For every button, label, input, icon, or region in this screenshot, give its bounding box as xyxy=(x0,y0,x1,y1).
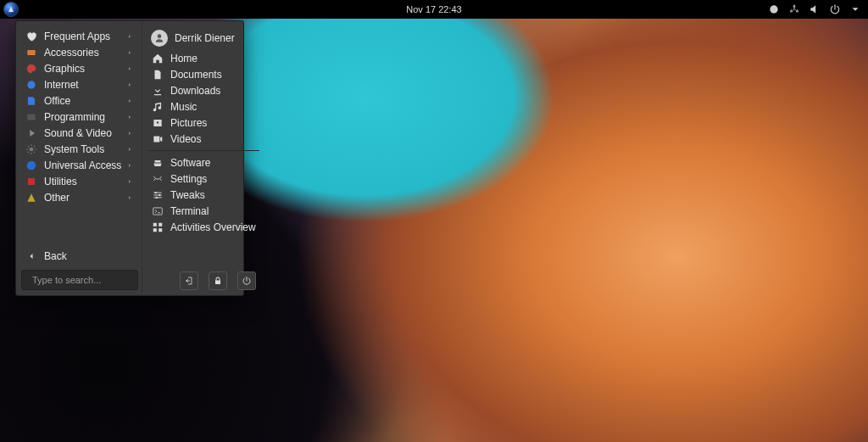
category-frequent-apps[interactable]: Frequent Apps xyxy=(21,28,138,44)
category-list: Frequent Apps Accessories Graphics Inter… xyxy=(21,28,138,205)
activities-button[interactable] xyxy=(3,2,19,17)
back-label: Back xyxy=(44,250,67,262)
accessories-icon xyxy=(25,46,38,59)
place-downloads[interactable]: Downloads xyxy=(147,82,259,98)
power-icon[interactable] xyxy=(829,3,841,15)
graphics-icon xyxy=(25,62,38,76)
shortcut-tweaks[interactable]: Tweaks xyxy=(147,187,259,203)
place-videos[interactable]: Videos xyxy=(147,131,259,147)
category-label: Other xyxy=(44,192,126,204)
other-icon xyxy=(25,191,38,204)
svg-point-0 xyxy=(770,5,777,13)
tweaks-icon xyxy=(151,188,164,202)
svg-point-5 xyxy=(27,160,36,170)
logout-button[interactable] xyxy=(180,271,198,290)
clock[interactable]: Nov 17 22:43 xyxy=(406,4,461,14)
sound-video-icon xyxy=(25,126,38,140)
user-icon xyxy=(153,32,165,44)
search-field[interactable] xyxy=(21,270,138,290)
category-label: Office xyxy=(44,95,126,107)
office-icon xyxy=(25,94,38,108)
chevron-down-icon[interactable] xyxy=(849,3,861,15)
search-input[interactable] xyxy=(32,275,149,285)
svg-rect-10 xyxy=(153,207,163,214)
shortcut-terminal[interactable]: Terminal xyxy=(147,203,259,219)
chevron-right-icon xyxy=(126,95,135,107)
category-programming[interactable]: Programming xyxy=(21,109,138,125)
svg-point-2 xyxy=(27,81,35,88)
downloads-icon xyxy=(151,84,164,98)
shortcut-settings[interactable]: Settings xyxy=(147,171,259,187)
lock-button[interactable] xyxy=(209,271,227,290)
chevron-right-icon xyxy=(126,47,135,59)
svg-point-8 xyxy=(159,193,160,195)
category-label: Internet xyxy=(44,79,126,91)
place-label: Downloads xyxy=(170,85,256,97)
chevron-right-icon xyxy=(126,176,135,187)
chevron-right-icon xyxy=(126,192,135,204)
shortcut-label: Terminal xyxy=(170,205,256,217)
category-label: System Tools xyxy=(44,143,126,155)
category-graphics[interactable]: Graphics xyxy=(21,60,138,76)
category-sound-video[interactable]: Sound & Video xyxy=(21,125,138,141)
shortcut-label: Software xyxy=(170,157,256,169)
place-home[interactable]: Home xyxy=(147,50,259,66)
place-label: Videos xyxy=(170,133,256,145)
place-label: Home xyxy=(170,53,256,64)
chevron-right-icon xyxy=(126,111,135,123)
svg-rect-14 xyxy=(159,228,162,232)
svg-rect-6 xyxy=(28,177,35,184)
place-documents[interactable]: Documents xyxy=(147,66,259,82)
category-system-tools[interactable]: System Tools xyxy=(21,141,138,157)
place-music[interactable]: Music xyxy=(147,98,259,115)
category-accessories[interactable]: Accessories xyxy=(21,44,138,60)
category-utilities[interactable]: Utilities xyxy=(21,173,138,189)
documents-icon xyxy=(151,68,164,81)
chevron-left-icon xyxy=(25,251,38,261)
category-other[interactable]: Other xyxy=(21,189,138,205)
chevron-right-icon xyxy=(126,159,135,171)
heart-icon xyxy=(25,30,38,43)
power-button[interactable] xyxy=(237,271,256,290)
arc-menu: Frequent Apps Accessories Graphics Inter… xyxy=(15,20,244,296)
svg-rect-11 xyxy=(153,222,157,226)
svg-point-4 xyxy=(30,147,34,151)
shortcut-label: Settings xyxy=(170,173,256,185)
category-universal-access[interactable]: Universal Access xyxy=(21,157,138,173)
utilities-icon xyxy=(25,175,38,188)
volume-icon[interactable] xyxy=(809,3,821,15)
shortcuts-list: Software Settings Tweaks Terminal Activi… xyxy=(147,154,259,235)
category-office[interactable]: Office xyxy=(21,92,138,109)
category-label: Sound & Video xyxy=(44,127,126,139)
category-internet[interactable]: Internet xyxy=(21,76,138,92)
logout-icon xyxy=(184,276,194,286)
shortcut-label: Tweaks xyxy=(170,189,256,201)
chevron-right-icon xyxy=(126,79,135,91)
user-row[interactable]: Derrik Diener xyxy=(147,28,259,50)
software-icon xyxy=(151,156,164,170)
user-name: Derrik Diener xyxy=(175,32,235,44)
category-label: Universal Access xyxy=(44,159,126,171)
power-icon xyxy=(242,276,252,286)
network-icon[interactable] xyxy=(788,3,800,15)
shortcut-software[interactable]: Software xyxy=(147,154,259,171)
places-list: Home Documents Downloads Music Pictures … xyxy=(147,50,259,147)
chevron-right-icon xyxy=(126,63,135,75)
top-bar: Nov 17 22:43 xyxy=(0,0,868,19)
tray-app-icon[interactable] xyxy=(768,3,780,15)
shortcut-activities[interactable]: Activities Overview xyxy=(147,219,259,235)
back-button[interactable]: Back xyxy=(21,248,138,265)
place-label: Documents xyxy=(170,69,256,81)
place-pictures[interactable]: Pictures xyxy=(147,115,259,131)
separator xyxy=(147,150,259,151)
chevron-right-icon xyxy=(126,127,135,139)
place-label: Pictures xyxy=(170,117,256,129)
menu-right-column: Derrik Diener Home Documents Downloads M… xyxy=(142,21,264,295)
videos-icon xyxy=(151,132,164,146)
lock-icon xyxy=(213,276,223,286)
svg-rect-1 xyxy=(27,50,35,55)
category-label: Graphics xyxy=(44,63,126,75)
place-label: Music xyxy=(170,101,256,113)
session-buttons xyxy=(147,270,259,290)
music-icon xyxy=(151,100,164,114)
